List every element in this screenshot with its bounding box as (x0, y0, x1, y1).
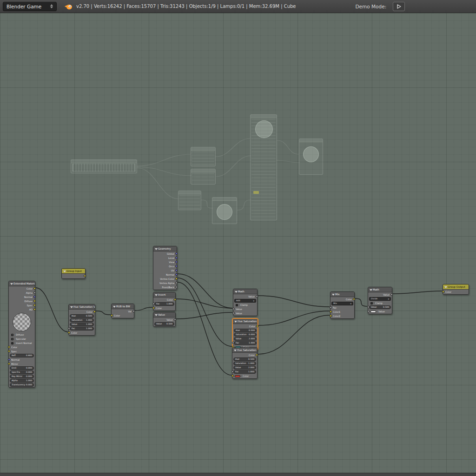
output-socket[interactable] (33, 308, 36, 311)
collapse-icon[interactable] (234, 321, 237, 323)
output-socket[interactable] (175, 261, 178, 263)
node-header[interactable]: Hue Saturation Value (69, 304, 95, 310)
input-socket[interactable] (232, 342, 234, 344)
engine-select-dropdown[interactable]: Blender Game (3, 2, 57, 11)
input-socket[interactable] (231, 375, 234, 377)
value-slider[interactable]: Hue0.500 (70, 314, 94, 318)
output-socket[interactable] (175, 273, 178, 276)
color-swatch[interactable] (370, 311, 376, 313)
collapse-icon[interactable] (370, 289, 372, 291)
collapse-icon[interactable] (63, 271, 66, 272)
collapse-icon[interactable] (70, 306, 73, 308)
node-header[interactable]: Extended Material (9, 281, 35, 286)
collapse-icon[interactable] (155, 314, 158, 316)
input-socket[interactable] (330, 315, 332, 317)
value-slider[interactable]: Translucency0.000 (10, 383, 34, 387)
collapse-icon[interactable] (235, 291, 238, 293)
node-header[interactable]: Mix (331, 292, 354, 297)
input-socket[interactable] (330, 306, 332, 309)
output-socket[interactable] (353, 298, 355, 300)
node-group-output[interactable]: Group OutputColor (443, 284, 469, 295)
collapse-icon[interactable] (155, 248, 158, 250)
node-header[interactable]: RGB to BW (112, 304, 134, 309)
input-socket[interactable] (8, 358, 10, 361)
output-socket[interactable] (84, 275, 86, 277)
value-slider[interactable]: Hue0.500 (233, 357, 256, 361)
output-socket[interactable] (93, 311, 96, 313)
output-socket[interactable] (33, 300, 36, 302)
output-socket[interactable] (175, 269, 178, 271)
operation-dropdown[interactable]: Add▾ (234, 299, 256, 303)
input-socket[interactable] (152, 307, 155, 309)
node-header[interactable]: Invert (153, 292, 175, 298)
value-slider[interactable]: Value0.500 (369, 305, 391, 309)
input-socket[interactable] (68, 331, 70, 334)
input-socket[interactable] (68, 327, 70, 330)
node-header[interactable]: Geometry (153, 246, 177, 251)
operation-dropdown[interactable]: Mix▾ (331, 302, 353, 305)
input-socket[interactable] (152, 303, 155, 305)
value-slider[interactable]: Fac1.000 (154, 302, 174, 306)
value-slider[interactable]: Fac1.000 (234, 341, 257, 345)
node-header[interactable]: Math (368, 287, 392, 292)
play-button[interactable] (393, 2, 405, 11)
node-header[interactable]: Hue Saturation Value (233, 319, 258, 324)
node-geometry[interactable]: GeometryGlobalLocalViewOrcoUVNormalVerte… (153, 246, 177, 290)
input-socket[interactable] (330, 311, 332, 313)
input-socket[interactable] (231, 370, 234, 373)
node-editor-canvas[interactable] (0, 13, 476, 473)
checkbox[interactable] (11, 334, 13, 336)
output-socket[interactable] (175, 265, 178, 267)
input-socket[interactable] (442, 291, 444, 293)
value-slider[interactable]: Saturation1.000 (233, 362, 256, 365)
input-socket[interactable] (232, 308, 235, 310)
checkbox[interactable] (11, 342, 13, 344)
node-header[interactable]: Group Output (443, 284, 469, 290)
input-socket[interactable] (367, 310, 370, 312)
node-group-input[interactable]: Group Input (61, 268, 86, 279)
value-slider[interactable]: Emit0.000 (10, 366, 34, 370)
output-socket[interactable] (175, 278, 178, 280)
value-slider[interactable]: Saturation0.000 (234, 333, 257, 337)
collapse-icon[interactable] (113, 306, 116, 308)
output-socket[interactable] (175, 286, 178, 288)
value-slider[interactable]: Ray Mirror0.000 (10, 375, 34, 378)
checkbox[interactable] (370, 302, 373, 304)
collapse-icon[interactable] (444, 286, 447, 288)
collapse-icon[interactable] (10, 283, 13, 285)
output-socket[interactable] (33, 296, 36, 298)
output-socket[interactable] (33, 287, 36, 290)
node-header[interactable]: Value (153, 312, 175, 317)
value-slider[interactable]: Alpha1.000 (10, 379, 34, 383)
value-slider[interactable]: Value2.000 (234, 337, 257, 341)
value-slider[interactable]: Value0.500 (154, 322, 174, 326)
value-slider[interactable]: Fac1.000 (70, 327, 94, 331)
node-hsv-2[interactable]: Hue Saturation ValueColorHue0.500Saturat… (232, 318, 258, 350)
value-slider[interactable]: Refl0.800 (10, 354, 34, 357)
output-socket[interactable] (390, 293, 393, 296)
node-hsv-1[interactable]: Hue Saturation ValueColorHue0.500Saturat… (68, 304, 95, 336)
checkbox[interactable] (11, 338, 13, 340)
operation-dropdown[interactable]: Divide▾ (369, 297, 391, 301)
value-slider[interactable]: SpecTra0.000 (10, 370, 34, 374)
input-socket[interactable] (8, 350, 10, 352)
output-socket[interactable] (33, 291, 36, 294)
node-header[interactable]: Hue Saturation Value (232, 348, 257, 353)
output-socket[interactable] (175, 282, 178, 284)
input-socket[interactable] (8, 346, 10, 348)
output-socket[interactable] (256, 354, 258, 356)
value-slider[interactable]: Value1.000 (70, 323, 94, 326)
node-hsv-3[interactable]: Hue Saturation ValueColorHue0.500Saturat… (232, 347, 258, 379)
node-invert[interactable]: InvertColorFac1.000Color (153, 292, 176, 311)
checkbox[interactable] (236, 304, 238, 306)
collapse-icon[interactable] (155, 294, 158, 296)
input-socket[interactable] (111, 314, 113, 317)
node-extended-material[interactable]: Extended MaterialColorAlphaNormalDiffuse… (8, 281, 35, 388)
input-socket[interactable] (8, 363, 10, 365)
node-header[interactable]: Group Input (62, 269, 85, 274)
node-math-divide[interactable]: MathValueDivide▾ClampValue0.500Value (368, 287, 392, 314)
value-slider[interactable]: Saturation1.000 (70, 318, 94, 322)
output-socket[interactable] (256, 295, 258, 298)
color-swatch[interactable] (235, 375, 240, 377)
output-socket[interactable] (174, 318, 176, 321)
